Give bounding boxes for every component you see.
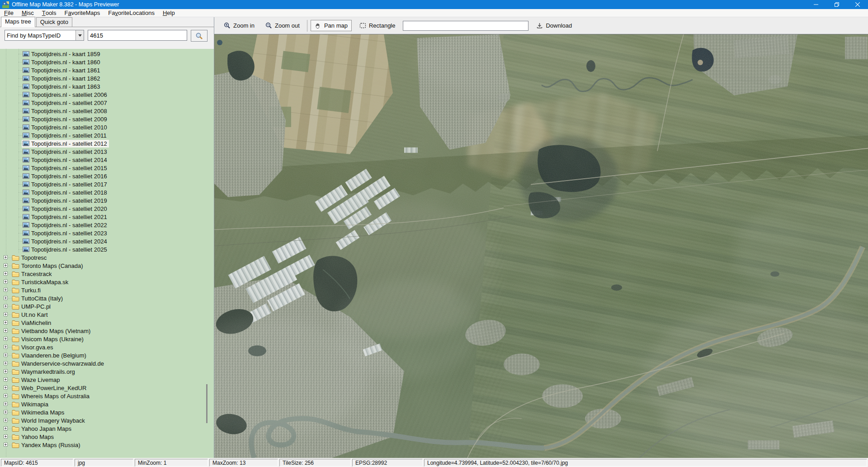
tree-item[interactable]: Yahoo Maps <box>0 433 214 441</box>
tree-item[interactable]: Topotijdreis.nl - satelliet 2020 <box>0 205 214 213</box>
tree-item[interactable]: Vlaanderen.be (Belgium) <box>0 351 214 359</box>
tree-item[interactable]: ViaMichelin <box>0 319 214 327</box>
tree-item[interactable]: Topotijdreis.nl - satelliet 2006 <box>0 91 214 99</box>
tree-item[interactable]: Topotijdreis.nl - satelliet 2024 <box>0 237 214 245</box>
expand-icon[interactable] <box>4 329 8 333</box>
expand-icon[interactable] <box>4 288 8 292</box>
rectangle-button[interactable]: Rectangle <box>355 20 400 31</box>
zoom-in-button[interactable]: Zoom in <box>220 20 259 31</box>
zoom-out-button[interactable]: Zoom out <box>261 20 304 31</box>
menu-item-favoritemaps[interactable]: FavoriteMaps <box>61 9 104 17</box>
pan-map-button[interactable]: Pan map <box>311 20 352 31</box>
tree-item[interactable]: Turku.fi <box>0 286 214 294</box>
satellite-map-canvas[interactable] <box>214 34 868 458</box>
tree-item[interactable]: Visicom Maps (Ukraine) <box>0 335 214 343</box>
menu-item-help[interactable]: Help <box>159 9 179 17</box>
tree-item[interactable]: Topotijdreis.nl - kaart 1862 <box>0 74 214 82</box>
tree-item[interactable]: Topotijdreis.nl - satelliet 2017 <box>0 180 214 188</box>
tree-item[interactable]: Topotijdreis.nl - satelliet 2025 <box>0 245 214 253</box>
tree-item[interactable]: Wanderservice-schwarzwald.de <box>0 359 214 367</box>
download-button[interactable]: Download <box>532 20 576 31</box>
coordinates-input[interactable] <box>403 21 528 31</box>
expand-icon[interactable] <box>4 418 8 422</box>
tree-item[interactable]: Topotijdreis.nl - satelliet 2023 <box>0 229 214 237</box>
tree-item[interactable]: Yandex Maps (Russia) <box>0 441 214 449</box>
tree-item[interactable]: Topotijdreis.nl - kaart 1861 <box>0 66 214 74</box>
tree-item-label: Topotijdreis.nl - kaart 1861 <box>31 67 100 74</box>
tree-item[interactable]: Topotijdreis.nl - kaart 1860 <box>0 58 214 66</box>
tree-item[interactable]: Toronto Maps (Canada) <box>0 262 214 270</box>
expand-icon[interactable] <box>4 304 8 308</box>
close-button[interactable] <box>847 0 868 9</box>
maps-tree[interactable]: Topotijdreis.nl - kaart 1859Topotijdreis… <box>0 49 214 458</box>
tab-maps-tree[interactable]: Maps tree <box>1 17 35 27</box>
menu-item-file[interactable]: File <box>0 9 18 17</box>
expand-icon[interactable] <box>4 296 8 300</box>
tree-item[interactable]: TuttoCitta (Italy) <box>0 294 214 302</box>
tree-item[interactable]: Yahoo Japan Maps <box>0 424 214 433</box>
expand-icon[interactable] <box>4 280 8 284</box>
tree-item[interactable]: Topotijdreis.nl - kaart 1859 <box>0 50 214 58</box>
chevron-down-icon[interactable] <box>75 30 84 40</box>
expand-icon[interactable] <box>4 402 8 406</box>
tree-item[interactable]: Visor.gva.es <box>0 343 214 351</box>
tree-item[interactable]: Topotijdreis.nl - satelliet 2008 <box>0 107 214 115</box>
tree-item[interactable]: Topotijdreis.nl - satelliet 2010 <box>0 123 214 131</box>
tree-item[interactable]: Topotijdreis.nl - satelliet 2016 <box>0 172 214 180</box>
tree-item[interactable]: Tracestrack <box>0 270 214 278</box>
search-input[interactable] <box>88 30 187 41</box>
tree-item[interactable]: Topotresc <box>0 253 214 262</box>
expand-icon[interactable] <box>4 361 8 365</box>
expand-icon[interactable] <box>4 410 8 414</box>
tree-item[interactable]: Topotijdreis.nl - satelliet 2013 <box>0 148 214 156</box>
tree-item[interactable]: World Imagery Wayback <box>0 416 214 424</box>
menu-item-tools[interactable]: Tools <box>38 9 61 17</box>
tree-item[interactable]: Topotijdreis.nl - kaart 1863 <box>0 82 214 91</box>
minimize-button[interactable] <box>806 0 826 9</box>
find-by-dropdown[interactable]: Find by MapsTypeID <box>5 30 84 41</box>
expand-icon[interactable] <box>4 353 8 357</box>
expand-icon[interactable] <box>4 377 8 381</box>
expand-icon[interactable] <box>4 255 8 259</box>
tab-quick-goto[interactable]: Quick goto <box>36 17 72 27</box>
tree-item[interactable]: Topotijdreis.nl - satelliet 2019 <box>0 196 214 205</box>
tree-item[interactable]: Waymarkedtrails.org <box>0 367 214 376</box>
expand-icon[interactable] <box>4 369 8 373</box>
expand-icon[interactable] <box>4 394 8 398</box>
tree-item[interactable]: Waze Livemap <box>0 376 214 384</box>
tree-item[interactable]: Whereis Maps of Australia <box>0 392 214 400</box>
tree-item[interactable]: TuristickaMapa.sk <box>0 278 214 286</box>
tree-item[interactable]: Wikimapia <box>0 400 214 408</box>
tree-item[interactable]: Web_PowerLine_KedUR <box>0 384 214 392</box>
map-view[interactable] <box>214 34 868 458</box>
tree-item[interactable]: Topotijdreis.nl - satelliet 2022 <box>0 221 214 229</box>
expand-icon[interactable] <box>4 272 8 276</box>
tree-item[interactable]: Topotijdreis.nl - satelliet 2011 <box>0 131 214 139</box>
menu-item-favoritelocations[interactable]: FavoriteLocations <box>104 9 159 17</box>
map-layer-icon <box>23 247 29 252</box>
expand-icon[interactable] <box>4 426 8 430</box>
expand-icon[interactable] <box>4 337 8 341</box>
tree-item[interactable]: Vietbando Maps (Vietnam) <box>0 327 214 335</box>
expand-icon[interactable] <box>4 345 8 349</box>
tree-item[interactable]: Wikimedia Maps <box>0 408 214 416</box>
tree-item[interactable]: UMP-PC.pl <box>0 302 214 310</box>
expand-icon[interactable] <box>4 320 8 324</box>
tree-item[interactable]: Topotijdreis.nl - satelliet 2015 <box>0 164 214 172</box>
menu-item-misc[interactable]: Misc <box>18 9 38 17</box>
expand-icon[interactable] <box>4 386 8 390</box>
expand-icon[interactable] <box>4 434 8 438</box>
tree-item[interactable]: Topotijdreis.nl - satelliet 2007 <box>0 99 214 107</box>
restore-button[interactable] <box>826 0 847 9</box>
tree-scrollbar-thumb[interactable] <box>206 384 208 423</box>
expand-icon[interactable] <box>4 312 8 316</box>
search-button[interactable] <box>191 30 208 42</box>
tree-item[interactable]: Topotijdreis.nl - satelliet 2018 <box>0 188 214 196</box>
expand-icon[interactable] <box>4 443 8 447</box>
tree-item[interactable]: Topotijdreis.nl - satelliet 2014 <box>0 156 214 164</box>
tree-item[interactable]: Ut.no Kart <box>0 310 214 319</box>
expand-icon[interactable] <box>4 263 8 267</box>
tree-item[interactable]: Topotijdreis.nl - satelliet 2012 <box>0 139 214 148</box>
tree-item[interactable]: Topotijdreis.nl - satelliet 2009 <box>0 115 214 123</box>
tree-item[interactable]: Topotijdreis.nl - satelliet 2021 <box>0 213 214 221</box>
